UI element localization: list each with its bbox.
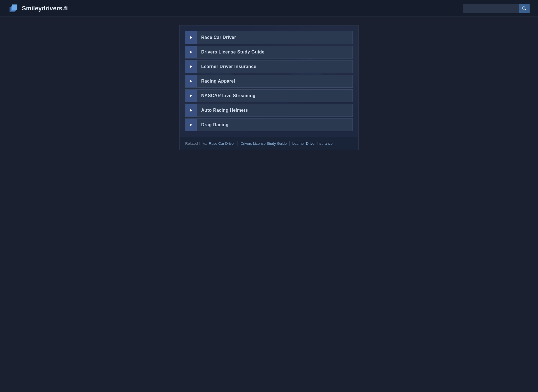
search-icon [522, 6, 527, 11]
logo-icon [8, 3, 18, 13]
arrow-icon [189, 80, 193, 83]
related-link-race-car-driver[interactable]: Race Car Driver [209, 141, 235, 146]
main-content: Race Car DriverDrivers License Study Gui… [0, 17, 538, 156]
nav-item-drag-racing[interactable]: Drag Racing [185, 118, 353, 131]
related-link-drivers-license[interactable]: Drivers License Study Guide [240, 141, 287, 146]
arrow-icon [189, 65, 193, 68]
separator-2: | [289, 141, 290, 146]
nav-arrow-race-car-driver [185, 31, 197, 44]
related-links-bar: Related links: Race Car Driver | Drivers… [179, 137, 359, 150]
nav-arrow-learner-driver-insurance [185, 60, 197, 73]
svg-marker-10 [190, 36, 192, 39]
svg-line-4 [525, 9, 526, 10]
nav-arrow-drag-racing [185, 119, 197, 131]
arrow-icon [189, 50, 193, 54]
svg-marker-11 [190, 51, 192, 53]
nav-item-drivers-license-study-guide[interactable]: Drivers License Study Guide [185, 46, 353, 59]
site-header: Smileydrivers.fi [0, 0, 538, 17]
nav-label-auto-racing-helmets: Auto Racing Helmets [197, 108, 252, 113]
nav-arrow-drivers-license-study-guide [185, 46, 197, 58]
related-links-label: Related links: [185, 141, 207, 146]
separator-1: | [237, 141, 238, 146]
site-title: Smileydrivers.fi [22, 5, 68, 12]
svg-marker-13 [190, 80, 192, 83]
svg-marker-16 [190, 123, 192, 126]
nav-label-drivers-license-study-guide: Drivers License Study Guide [197, 50, 269, 55]
nav-item-nascar-live-streaming[interactable]: NASCAR Live Streaming [185, 89, 353, 102]
arrow-icon [189, 94, 193, 97]
arrow-icon [189, 36, 193, 39]
svg-rect-2 [12, 4, 17, 10]
nav-label-drag-racing: Drag Racing [197, 122, 233, 127]
nav-label-nascar-live-streaming: NASCAR Live Streaming [197, 93, 260, 98]
svg-marker-14 [190, 94, 192, 97]
nav-list: Race Car DriverDrivers License Study Gui… [185, 31, 353, 131]
search-input[interactable] [463, 4, 519, 13]
nav-item-racing-apparel[interactable]: Racing Apparel [185, 75, 353, 88]
nav-arrow-racing-apparel [185, 75, 197, 87]
nav-arrow-auto-racing-helmets [185, 104, 197, 116]
nav-arrow-nascar-live-streaming [185, 90, 197, 102]
nav-label-racing-apparel: Racing Apparel [197, 79, 240, 84]
nav-item-race-car-driver[interactable]: Race Car Driver [185, 31, 353, 44]
nav-item-learner-driver-insurance[interactable]: Learner Driver Insurance [185, 60, 353, 73]
arrow-icon [189, 123, 193, 127]
nav-label-race-car-driver: Race Car Driver [197, 35, 241, 40]
svg-marker-15 [190, 109, 192, 112]
search-button[interactable] [519, 4, 530, 13]
related-link-learner-driver[interactable]: Learner Driver Insurance [292, 141, 333, 146]
arrow-icon [189, 109, 193, 112]
svg-marker-12 [190, 65, 192, 68]
nav-label-learner-driver-insurance: Learner Driver Insurance [197, 64, 261, 69]
search-area [463, 4, 530, 13]
nav-item-auto-racing-helmets[interactable]: Auto Racing Helmets [185, 104, 353, 117]
center-panel: Race Car DriverDrivers License Study Gui… [179, 25, 359, 137]
site-logo-link[interactable]: Smileydrivers.fi [8, 3, 68, 13]
